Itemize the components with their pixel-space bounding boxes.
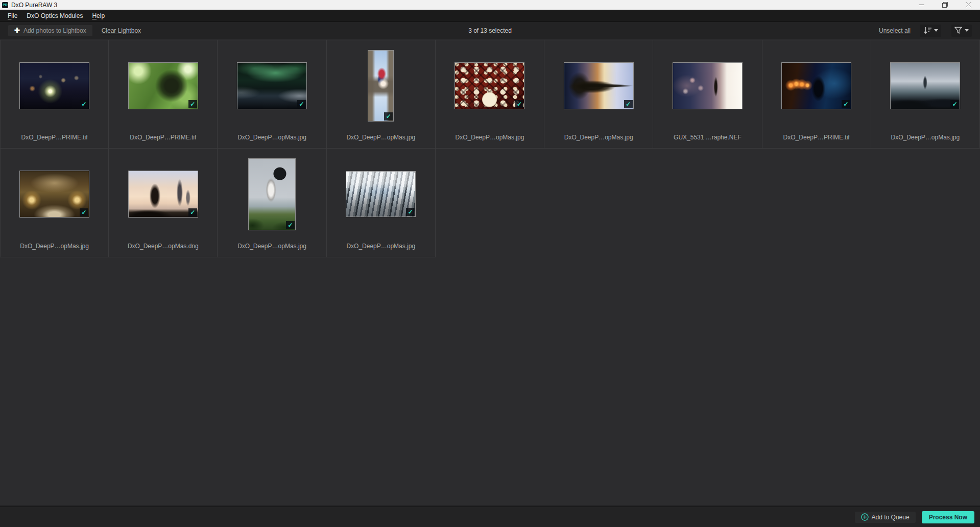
thumbnail-wrapper: ✓ — [1, 40, 108, 131]
window-controls — [910, 0, 980, 10]
thumbnail-wrapper: ✓ — [544, 40, 653, 131]
unselect-all-link[interactable]: Unselect all — [879, 27, 911, 34]
menu-item-help[interactable]: Help — [87, 10, 109, 21]
eiffel-rotated-sunset-thumbnail[interactable]: ✓ — [564, 62, 634, 109]
close-button[interactable] — [957, 0, 980, 10]
processed-check-icon: ✓ — [842, 100, 850, 108]
menu-hotkey: F — [8, 12, 11, 19]
photo-filename: DxO_DeepP…PRIME.tif — [110, 134, 216, 141]
thumbnail-wrapper: ✓ — [871, 40, 979, 131]
photo-cell[interactable]: ✓ DxO_DeepP…opMas.jpg — [0, 149, 109, 257]
taipei-silhouette-thumbnail[interactable]: ✓ — [128, 171, 198, 218]
love-lights-dancer-thumbnail[interactable]: ✓ — [781, 62, 851, 109]
mirrored-hall-thumbnail[interactable]: ✓ — [346, 171, 416, 217]
photo-cell[interactable]: ✓ DxO_DeepP…opMas.jpg — [327, 40, 436, 149]
thumbnail-wrapper — [653, 40, 761, 131]
monkey-in-foliage-thumbnail[interactable]: ✓ — [128, 62, 198, 109]
photo-cell[interactable]: ✓ DxO_DeepP…opMas.jpg — [327, 149, 436, 257]
photo-filename: DxO_DeepP…opMas.jpg — [545, 134, 652, 141]
app-logo: PR — [2, 2, 8, 8]
photo-filename: DxO_DeepP…opMas.jpg — [328, 243, 434, 250]
photo-filename: DxO_DeepP…opMas.jpg — [872, 134, 978, 141]
funnel-icon — [954, 27, 963, 34]
filter-button[interactable] — [951, 25, 972, 37]
thumbnail-wrapper: ✓ — [327, 40, 435, 131]
thumbnail-wrapper: ✓ — [218, 149, 326, 239]
clear-lightbox-link[interactable]: Clear Lightbox — [102, 27, 141, 34]
thumbnail-wrapper: ✓ — [762, 40, 871, 131]
close-icon — [966, 2, 971, 8]
photo-cell[interactable]: ✓ DxO_DeepP…PRIME.tif — [109, 40, 218, 149]
thumbnail-wrapper: ✓ — [218, 40, 326, 131]
processed-check-icon: ✓ — [80, 208, 88, 217]
thumbnail-wrapper: ✓ — [109, 149, 217, 239]
arch-looking-up-thumbnail[interactable]: ✓ — [368, 50, 394, 122]
aurora-mountains-thumbnail[interactable]: ✓ — [237, 62, 307, 109]
menu-item-file[interactable]: File — [3, 10, 22, 21]
processed-check-icon: ✓ — [297, 100, 306, 108]
red-dome-lights-thumbnail[interactable]: ✓ — [455, 62, 524, 109]
photo-filename: DxO_DeepP…opMas.jpg — [437, 134, 543, 141]
add-to-queue-label: Add to Queue — [872, 514, 910, 521]
umbrella-jump-thumbnail[interactable]: ✓ — [248, 158, 296, 230]
photo-cell[interactable]: ✓ DxO_DeepP…opMas.jpg — [436, 40, 544, 149]
thumbnail-wrapper: ✓ — [436, 40, 544, 131]
process-now-button[interactable]: Process Now — [922, 511, 974, 523]
photo-filename: DxO_DeepP…opMas.jpg — [2, 243, 107, 250]
photo-cell[interactable]: ✓ DxO_DeepP…opMas.jpg — [218, 149, 326, 257]
processed-check-icon: ✓ — [188, 100, 197, 108]
thumbnail-wrapper: ✓ — [1, 149, 108, 239]
photo-cell[interactable]: ✓ DxO_DeepP…PRIME.tif — [762, 40, 871, 149]
city-dusk-rotated-thumbnail[interactable] — [673, 62, 743, 109]
processed-check-icon: ✓ — [406, 208, 415, 216]
restore-button[interactable] — [933, 0, 957, 10]
menu-item-dxo-optics-modules[interactable]: DxO Optics Modules — [22, 10, 87, 21]
processed-check-icon: ✓ — [950, 100, 959, 108]
minimize-button[interactable] — [910, 0, 933, 10]
minimize-icon — [919, 2, 924, 8]
plus-icon: ✚ — [14, 27, 20, 34]
photo-filename: DxO_DeepP…opMas.jpg — [219, 134, 325, 141]
opera-interior-thumbnail[interactable]: ✓ — [19, 171, 89, 218]
footer-bar: Add to Queue Process Now — [0, 506, 980, 527]
photo-cell[interactable]: ✓ DxO_DeepP…opMas.jpg — [218, 40, 326, 149]
processed-check-icon: ✓ — [515, 100, 523, 108]
photo-cell[interactable]: ✓ DxO_DeepP…opMas.jpg — [544, 40, 653, 149]
lighthouse-storm-thumbnail[interactable]: ✓ — [890, 62, 960, 109]
photo-filename: DxO_DeepP…opMas.jpg — [219, 243, 325, 250]
sort-descending-icon — [923, 27, 932, 34]
menu-hotkey: H — [92, 12, 97, 19]
window-title: DxO PureRAW 3 — [11, 2, 57, 9]
processed-check-icon: ✓ — [384, 112, 393, 121]
photo-filename: DxO_DeepP…opMas.jpg — [328, 134, 434, 141]
photo-cell[interactable]: ✓ DxO_DeepP…opMas.dng — [109, 149, 218, 257]
sort-button[interactable] — [920, 25, 941, 37]
photo-filename: DxO_DeepP…opMas.dng — [110, 243, 216, 250]
titlebar: PR DxO PureRAW 3 — [0, 0, 980, 10]
processed-check-icon: ✓ — [188, 208, 197, 217]
chevron-down-icon — [965, 29, 969, 32]
photo-filename: GUX_5531 …raphe.NEF — [654, 134, 760, 141]
city-night-glow-thumbnail[interactable]: ✓ — [19, 62, 89, 109]
add-photos-label: Add photos to Lightbox — [23, 27, 86, 34]
processed-check-icon: ✓ — [286, 221, 295, 229]
photo-cell[interactable]: GUX_5531 …raphe.NEF — [653, 40, 762, 149]
add-photos-to-lightbox-button[interactable]: ✚ Add photos to Lightbox — [8, 25, 92, 36]
photo-cell[interactable]: ✓ DxO_DeepP…opMas.jpg — [871, 40, 980, 149]
processed-check-icon: ✓ — [624, 100, 633, 108]
photo-filename: DxO_DeepP…PRIME.tif — [763, 134, 870, 141]
lightbox-grid: ✓ DxO_DeepP…PRIME.tif ✓ DxO_DeepP…PRIME.… — [0, 39, 980, 506]
thumbnail-wrapper: ✓ — [327, 149, 435, 239]
photo-cell[interactable]: ✓ DxO_DeepP…PRIME.tif — [0, 40, 109, 149]
chevron-down-icon — [934, 29, 938, 32]
processed-check-icon: ✓ — [80, 100, 88, 108]
selection-status: 3 of 13 selected — [0, 27, 980, 34]
circle-plus-icon — [861, 513, 869, 521]
add-to-queue-button[interactable]: Add to Queue — [855, 512, 916, 523]
thumbnail-wrapper: ✓ — [109, 40, 217, 131]
toolbar: ✚ Add photos to Lightbox Clear Lightbox … — [0, 22, 980, 39]
photo-filename: DxO_DeepP…PRIME.tif — [2, 134, 107, 141]
restore-icon — [942, 2, 948, 8]
menubar: FileDxO Optics ModulesHelp — [0, 10, 980, 22]
